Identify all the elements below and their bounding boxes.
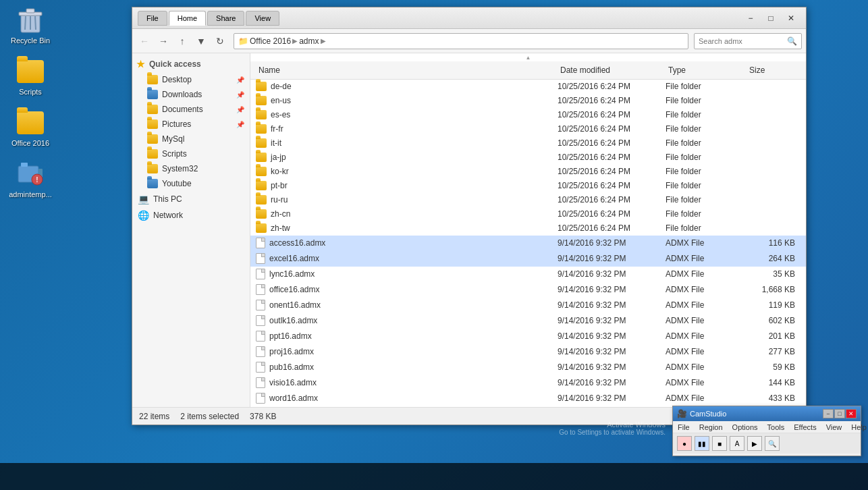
table-row[interactable]: access16.admx 9/14/2016 9:32 PM ADMX Fil…: [250, 236, 806, 251]
sidebar-item-documents[interactable]: Documents 📌: [132, 102, 250, 117]
cam-pause-button[interactable]: ▮▮: [695, 436, 709, 451]
tab-view[interactable]: View: [246, 11, 279, 26]
forward-button[interactable]: →: [155, 33, 171, 49]
table-row[interactable]: ja-jp 10/25/2016 6:24 PM File folder: [250, 151, 806, 165]
cam-record-button[interactable]: ●: [677, 436, 692, 451]
table-row[interactable]: onent16.admx 9/14/2016 9:32 PM ADMX File…: [250, 298, 806, 313]
folder-name: ru-ru: [271, 195, 288, 205]
sidebar-item-this-pc[interactable]: 💻 This PC: [132, 191, 250, 207]
file-size: 602 KB: [747, 316, 801, 325]
tab-home[interactable]: Home: [169, 11, 206, 26]
admintemp-desktop-icon[interactable]: ! admintemp...: [7, 161, 54, 198]
recycle-bin-icon[interactable]: Recycle Bin: [7, 7, 54, 45]
table-row[interactable]: lync16.admx 9/14/2016 9:32 PM ADMX File …: [250, 267, 806, 282]
sidebar-item-system32[interactable]: System32: [132, 161, 250, 176]
file-size: 201 KB: [747, 331, 801, 341]
col-size[interactable]: Size: [747, 64, 801, 76]
folder-type-icon: [256, 223, 267, 233]
sidebar-item-youtube[interactable]: Youtube: [132, 176, 250, 191]
cam-play-button[interactable]: ▶: [747, 436, 762, 451]
cam-stop-button[interactable]: ■: [712, 436, 727, 451]
up-button[interactable]: ↑: [174, 33, 190, 49]
folder-type-icon: [256, 209, 267, 219]
table-row[interactable]: en-us 10/25/2016 6:24 PM File folder: [250, 94, 806, 108]
tab-share[interactable]: Share: [207, 11, 244, 26]
sidebar-item-scripts[interactable]: Scripts: [132, 146, 250, 161]
cam-minimize-button[interactable]: −: [823, 409, 834, 418]
folder-type: File folder: [666, 167, 747, 176]
file-size: 119 KB: [747, 300, 801, 310]
cam-menu-help[interactable]: Help: [849, 423, 868, 432]
table-row[interactable]: ppt16.admx 9/14/2016 9:32 PM ADMX File 2…: [250, 329, 806, 344]
sidebar-item-pictures[interactable]: Pictures 📌: [132, 117, 250, 132]
table-row[interactable]: outlk16.admx 9/14/2016 9:32 PM ADMX File…: [250, 313, 806, 329]
cam-menu-file[interactable]: File: [676, 423, 692, 432]
sidebar-item-network[interactable]: 🌐 Network: [132, 207, 250, 223]
table-row[interactable]: de-de 10/25/2016 6:24 PM File folder: [250, 80, 806, 94]
table-row[interactable]: es-es 10/25/2016 6:24 PM File folder: [250, 108, 806, 122]
pictures-folder-icon: [147, 119, 158, 129]
refresh-button[interactable]: ↻: [212, 33, 228, 49]
breadcrumb-admx[interactable]: admx: [299, 36, 319, 46]
office2016-image: [17, 109, 44, 136]
cam-menu-options[interactable]: Options: [730, 423, 760, 432]
file-type-icon: [256, 269, 265, 279]
table-row[interactable]: excel16.admx 9/14/2016 9:32 PM ADMX File…: [250, 251, 806, 267]
sidebar-item-desktop[interactable]: Desktop 📌: [132, 72, 250, 87]
table-row[interactable]: fr-fr 10/25/2016 6:24 PM File folder: [250, 122, 806, 136]
file-size: 433 KB: [747, 393, 801, 403]
file-name-cell: pub16.admx: [256, 362, 558, 373]
tab-file[interactable]: File: [138, 11, 167, 26]
table-row[interactable]: office16.admx 9/14/2016 9:32 PM ADMX Fil…: [250, 282, 806, 298]
cam-close-button[interactable]: ✕: [846, 409, 857, 418]
search-input[interactable]: [699, 37, 784, 45]
file-size: 116 KB: [747, 238, 801, 248]
cam-annotate-button[interactable]: A: [730, 436, 744, 451]
close-button[interactable]: ✕: [782, 11, 801, 26]
folder-name-cell: en-us: [256, 96, 558, 105]
cam-menu-effects[interactable]: Effects: [792, 423, 818, 432]
back-button[interactable]: ←: [136, 33, 153, 49]
office2016-desktop-icon[interactable]: Office 2016: [7, 109, 54, 147]
sidebar-item-downloads[interactable]: Downloads 📌: [132, 87, 250, 102]
folder-name: zh-cn: [271, 209, 290, 219]
file-size: 1,668 KB: [747, 285, 801, 294]
sidebar-item-mysql[interactable]: MySql: [132, 132, 250, 146]
file-size: 277 KB: [747, 347, 801, 356]
svg-rect-2: [26, 9, 34, 13]
file-type: ADMX File: [666, 378, 747, 387]
folder-type: File folder: [666, 181, 747, 190]
table-row[interactable]: proj16.admx 9/14/2016 9:32 PM ADMX File …: [250, 344, 806, 360]
maximize-button[interactable]: □: [761, 11, 780, 26]
cam-maximize-button[interactable]: □: [834, 409, 845, 418]
sidebar-pictures-label: Pictures: [162, 119, 191, 129]
file-name: access16.admx: [269, 238, 325, 248]
scripts-desktop-icon[interactable]: Scripts: [7, 58, 54, 96]
cam-menu-region[interactable]: Region: [697, 423, 725, 432]
sidebar-item-quick-access[interactable]: ★ Quick access: [132, 56, 250, 72]
col-type[interactable]: Type: [666, 64, 747, 76]
sidebar-youtube-label: Youtube: [162, 179, 192, 188]
table-row[interactable]: visio16.admx 9/14/2016 9:32 PM ADMX File…: [250, 375, 806, 391]
col-name[interactable]: Name: [256, 64, 558, 76]
address-bar[interactable]: 📁 Office 2016 ▶ admx ▶: [234, 33, 688, 49]
col-date[interactable]: Date modified: [558, 64, 666, 76]
table-row[interactable]: zh-cn 10/25/2016 6:24 PM File folder: [250, 207, 806, 221]
item-count: 22 items: [139, 412, 169, 421]
cam-menu-tools[interactable]: Tools: [765, 423, 787, 432]
table-row[interactable]: pub16.admx 9/14/2016 9:32 PM ADMX File 5…: [250, 360, 806, 375]
table-row[interactable]: word16.admx 9/14/2016 9:32 PM ADMX File …: [250, 391, 806, 406]
table-row[interactable]: ru-ru 10/25/2016 6:24 PM File folder: [250, 193, 806, 207]
minimize-button[interactable]: −: [741, 11, 760, 26]
cam-zoom-button[interactable]: 🔍: [765, 436, 780, 451]
breadcrumb-office2016[interactable]: Office 2016: [250, 36, 291, 46]
table-row[interactable]: ko-kr 10/25/2016 6:24 PM File folder: [250, 165, 806, 179]
table-row[interactable]: pt-br 10/25/2016 6:24 PM File folder: [250, 179, 806, 193]
folder-name: ja-jp: [271, 153, 286, 162]
table-row[interactable]: zh-tw 10/25/2016 6:24 PM File folder: [250, 221, 806, 236]
file-type: ADMX File: [666, 300, 747, 310]
search-box[interactable]: 🔍: [694, 33, 802, 49]
recent-locations-button[interactable]: ▼: [193, 33, 209, 49]
table-row[interactable]: it-it 10/25/2016 6:24 PM File folder: [250, 136, 806, 151]
cam-menu-view[interactable]: View: [824, 423, 844, 432]
